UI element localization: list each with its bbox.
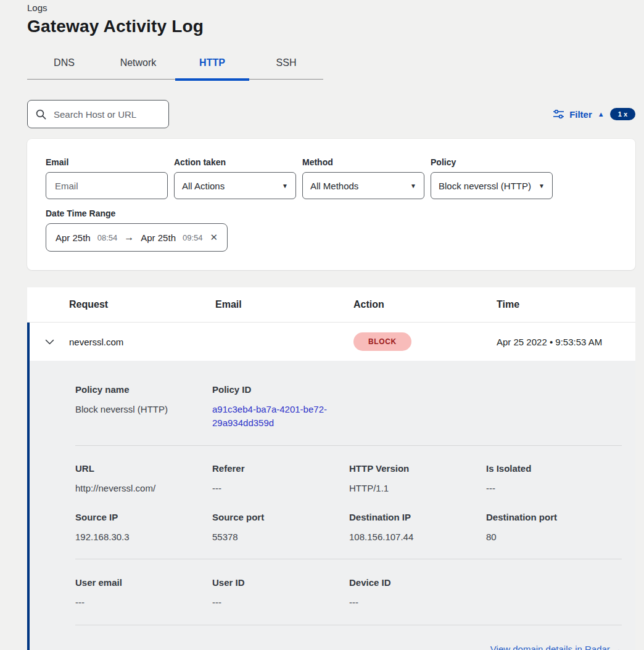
filter-panel: Email Action taken All Actions ▼ Method … bbox=[27, 139, 635, 270]
tab-dns[interactable]: DNS bbox=[27, 52, 101, 79]
chevron-down-icon: ▼ bbox=[410, 183, 416, 189]
source-port-label: Source port bbox=[212, 512, 349, 522]
search-icon bbox=[36, 109, 46, 120]
policy-name-value: Block neverssl (HTTP) bbox=[75, 403, 212, 416]
header-action: Action bbox=[353, 299, 497, 310]
search-box[interactable] bbox=[27, 100, 169, 128]
header-request: Request bbox=[69, 299, 215, 310]
detail-url: URL http://neverssl.com/ bbox=[75, 463, 212, 495]
email-filter-field: Email bbox=[46, 157, 168, 199]
date-range-picker[interactable]: Apr 25th 08:54 → Apr 25th 09:54 ✕ bbox=[46, 223, 228, 252]
detail-is-isolated: Is Isolated --- bbox=[486, 463, 623, 495]
filter-icon[interactable] bbox=[553, 110, 564, 119]
header-time: Time bbox=[497, 299, 635, 310]
destination-ip-label: Destination IP bbox=[349, 512, 486, 522]
filter-control: Filter ▲ 1 x bbox=[553, 108, 635, 120]
header-email: Email bbox=[215, 299, 353, 310]
http-version-value: HTTP/1.1 bbox=[349, 482, 486, 495]
source-port-value: 55378 bbox=[212, 530, 349, 544]
divider bbox=[75, 559, 622, 559]
status-badge: BLOCK bbox=[353, 332, 411, 351]
toolbar: Filter ▲ 1 x bbox=[27, 100, 635, 128]
table-row[interactable]: neverssl.com BLOCK Apr 25 2022 • 9:53:53… bbox=[27, 323, 635, 361]
user-email-value: --- bbox=[75, 596, 212, 609]
detail-source-port: Source port 55378 bbox=[212, 512, 349, 544]
range-end-time: 09:54 bbox=[183, 233, 203, 242]
destination-ip-value: 108.156.107.44 bbox=[349, 530, 486, 544]
collapse-caret-icon[interactable]: ▲ bbox=[598, 110, 605, 118]
email-filter-label: Email bbox=[46, 157, 168, 167]
device-id-label: Device ID bbox=[349, 577, 486, 588]
clear-range-icon[interactable]: ✕ bbox=[210, 232, 218, 243]
date-range-label: Date Time Range bbox=[46, 208, 617, 218]
action-taken-field: Action taken All Actions ▼ bbox=[174, 157, 296, 199]
policy-value: Block neverssl (HTTP) bbox=[439, 181, 531, 191]
activity-table: Request Email Action Time neverssl.com B… bbox=[27, 287, 635, 650]
log-type-tabs: DNS Network HTTP SSH bbox=[27, 52, 323, 80]
action-taken-value: All Actions bbox=[182, 181, 225, 191]
detail-http-version: HTTP Version HTTP/1.1 bbox=[349, 463, 486, 495]
table-header: Request Email Action Time bbox=[27, 287, 635, 323]
policy-select[interactable]: Block neverssl (HTTP) ▼ bbox=[431, 172, 553, 199]
radar-details-link[interactable]: View domain details in Radar → bbox=[490, 644, 622, 650]
chevron-down-icon[interactable] bbox=[45, 339, 54, 345]
detail-device-id: Device ID --- bbox=[349, 577, 486, 609]
detail-policy-id: Policy ID a91c3eb4-ba7a-4201-be72-29a934… bbox=[212, 384, 349, 430]
filter-count-badge[interactable]: 1 x bbox=[610, 108, 635, 120]
tab-network[interactable]: Network bbox=[101, 52, 175, 79]
policy-id-label: Policy ID bbox=[212, 384, 349, 395]
is-isolated-label: Is Isolated bbox=[486, 463, 623, 474]
user-email-label: User email bbox=[75, 577, 212, 588]
row-detail-panel: Policy name Block neverssl (HTTP) Policy… bbox=[27, 361, 635, 650]
range-start-time: 08:54 bbox=[97, 233, 118, 242]
tab-http[interactable]: HTTP bbox=[175, 52, 249, 79]
action-taken-label: Action taken bbox=[174, 157, 296, 167]
method-value: All Methods bbox=[310, 181, 358, 191]
policy-id-link[interactable]: a91c3eb4-ba7a-4201-be72-29a934dd359d bbox=[212, 403, 329, 430]
is-isolated-value: --- bbox=[486, 482, 623, 495]
referer-value: --- bbox=[212, 482, 349, 495]
breadcrumb: Logs bbox=[27, 2, 644, 13]
detail-referer: Referer --- bbox=[212, 463, 349, 495]
divider bbox=[75, 625, 622, 625]
tab-ssh[interactable]: SSH bbox=[249, 52, 323, 79]
policy-name-label: Policy name bbox=[75, 384, 212, 395]
chevron-down-icon: ▼ bbox=[282, 183, 288, 189]
range-end-date: Apr 25th bbox=[141, 232, 176, 243]
detail-source-ip: Source IP 192.168.30.3 bbox=[75, 512, 212, 544]
device-id-value: --- bbox=[349, 596, 486, 609]
page-title: Gateway Activity Log bbox=[27, 17, 644, 36]
filter-button[interactable]: Filter bbox=[569, 109, 592, 120]
policy-label: Policy bbox=[431, 157, 553, 167]
detail-user-id: User ID --- bbox=[212, 577, 349, 609]
url-label: URL bbox=[75, 463, 212, 474]
detail-destination-port: Destination port 80 bbox=[486, 512, 623, 544]
destination-port-label: Destination port bbox=[486, 512, 623, 522]
source-ip-label: Source IP bbox=[75, 512, 212, 522]
divider bbox=[75, 445, 622, 446]
action-taken-select[interactable]: All Actions ▼ bbox=[174, 172, 296, 199]
email-filter-input[interactable] bbox=[54, 180, 160, 192]
referer-label: Referer bbox=[212, 463, 349, 474]
search-input[interactable] bbox=[52, 109, 160, 120]
method-label: Method bbox=[302, 157, 424, 167]
url-value: http://neverssl.com/ bbox=[75, 482, 212, 495]
method-field: Method All Methods ▼ bbox=[302, 157, 424, 199]
source-ip-value: 192.168.30.3 bbox=[75, 530, 212, 544]
arrow-right-icon: → bbox=[124, 232, 134, 243]
row-time: Apr 25 2022 • 9:53:53 AM bbox=[497, 337, 635, 347]
detail-user-email: User email --- bbox=[75, 577, 212, 609]
user-id-value: --- bbox=[212, 596, 349, 609]
user-id-label: User ID bbox=[212, 577, 349, 588]
http-version-label: HTTP Version bbox=[349, 463, 486, 474]
row-request: neverssl.com bbox=[69, 337, 215, 347]
chevron-down-icon: ▼ bbox=[539, 183, 545, 189]
range-start-date: Apr 25th bbox=[56, 232, 91, 243]
detail-policy-name: Policy name Block neverssl (HTTP) bbox=[75, 384, 212, 430]
policy-field: Policy Block neverssl (HTTP) ▼ bbox=[431, 157, 553, 199]
destination-port-value: 80 bbox=[486, 530, 623, 544]
detail-destination-ip: Destination IP 108.156.107.44 bbox=[349, 512, 486, 544]
method-select[interactable]: All Methods ▼ bbox=[302, 172, 424, 199]
